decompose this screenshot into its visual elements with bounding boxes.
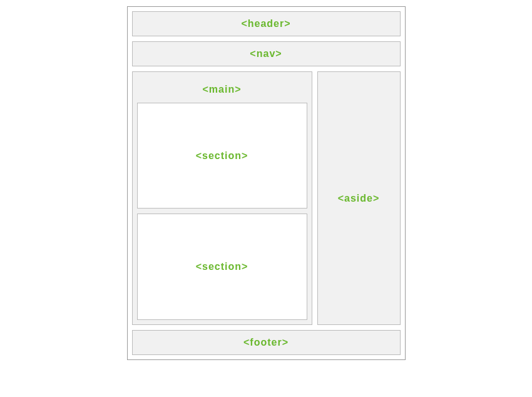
header-region: <header>: [132, 11, 401, 36]
section-label-1: <section>: [196, 150, 248, 162]
layout-diagram: <header> <nav> <main> <section> <section…: [127, 6, 406, 360]
header-label: <header>: [241, 18, 290, 29]
main-region: <main> <section> <section>: [132, 71, 312, 325]
aside-region: <aside>: [317, 71, 401, 325]
main-label-wrap: <main>: [202, 76, 241, 103]
main-label: <main>: [202, 84, 241, 95]
section-label-2: <section>: [196, 261, 248, 272]
middle-row: <main> <section> <section> <aside>: [132, 71, 401, 325]
aside-label: <aside>: [338, 193, 380, 204]
footer-region: <footer>: [132, 330, 401, 355]
section-region-2: <section>: [137, 214, 307, 320]
nav-region: <nav>: [132, 41, 401, 66]
footer-label: <footer>: [243, 337, 289, 348]
nav-label: <nav>: [250, 48, 282, 59]
section-region-1: <section>: [137, 103, 307, 209]
